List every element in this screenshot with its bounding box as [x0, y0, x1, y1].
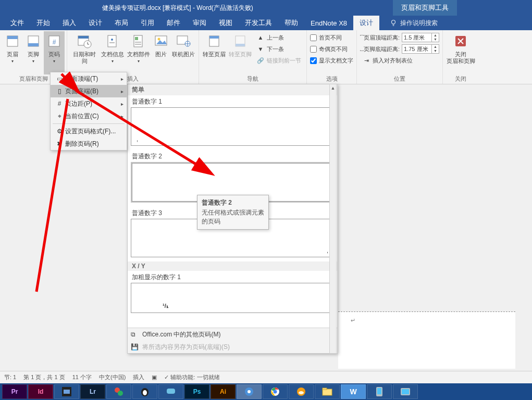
gallery-item-plain-2-label: 普通数字 2: [128, 150, 337, 162]
svg-point-41: [299, 391, 304, 394]
gallery-item-bold-1[interactable]: ¹/₁: [131, 283, 334, 313]
tab-icon: ⇥: [362, 56, 370, 65]
ribbon-group-options: 首页不同 奇偶页不同 显示文档文字 选项: [307, 30, 357, 84]
footer-dist-spinner[interactable]: 1.75 厘米▲▼: [402, 44, 439, 54]
footer-dist-icon: ⎵: [360, 46, 364, 52]
spinner-up-icon[interactable]: ▲: [432, 33, 439, 38]
svg-rect-35: [167, 389, 175, 394]
goto-header-button[interactable]: 转至页眉: [201, 31, 227, 74]
page-number-button[interactable]: # 页码▾: [44, 31, 65, 74]
taskbar-wps[interactable]: W: [341, 384, 366, 399]
docinfo-button[interactable]: 文档信息▾: [100, 31, 126, 74]
spinner-down-icon[interactable]: ▼: [432, 38, 439, 42]
menu-review[interactable]: 审阅: [187, 16, 213, 30]
position-icon: ⌖: [54, 113, 65, 120]
status-a11y[interactable]: ✓ 辅助功能: 一切就绪: [164, 373, 219, 381]
page-footer-area[interactable]: ↵: [338, 311, 515, 369]
taskbar-tablet[interactable]: [393, 384, 418, 399]
taskbar-photoshop[interactable]: Ps: [184, 384, 209, 399]
taskbar-illustrator[interactable]: Ai: [211, 384, 236, 399]
gallery-scrollbar[interactable]: ▲: [329, 84, 337, 354]
odd-even-diff-checkbox[interactable]: 奇偶页不同: [310, 44, 353, 54]
status-words[interactable]: 11 个字: [72, 373, 92, 381]
picture-icon: [153, 32, 169, 50]
prev-button[interactable]: ▲上一条: [254, 32, 303, 43]
menu-layout[interactable]: 布局: [108, 16, 134, 30]
menu-view[interactable]: 视图: [213, 16, 239, 30]
header-icon: [4, 32, 21, 50]
menu-home[interactable]: 开始: [30, 16, 56, 30]
spinner-up-icon[interactable]: ▲: [432, 45, 439, 49]
lightbulb-icon: [390, 19, 397, 27]
status-lang[interactable]: 中文(中国): [99, 373, 126, 381]
svg-rect-30: [64, 390, 70, 394]
save-icon: 💾: [131, 343, 142, 351]
menu-endnote[interactable]: EndNote X8: [304, 16, 353, 30]
taskbar-chrome[interactable]: [263, 384, 288, 399]
next-icon: ▼: [256, 45, 265, 53]
svg-text:#: #: [53, 39, 56, 46]
close-headerfooter-button[interactable]: 关闭 页眉和页脚: [445, 31, 476, 74]
menu-context-design[interactable]: 设计: [353, 16, 379, 30]
menu-insert[interactable]: 插入: [56, 16, 82, 30]
datetime-button[interactable]: 日期和时间: [69, 31, 100, 74]
tooltip-title: 普通数字 2: [202, 198, 264, 207]
calendar-clock-icon: [76, 32, 93, 50]
taskbar-media-encoder[interactable]: [54, 384, 79, 399]
gallery-item-plain-1-label: 普通数字 1: [128, 95, 337, 107]
menu-help[interactable]: 帮助: [278, 16, 304, 30]
status-page[interactable]: 第 1 页，共 1 页: [23, 373, 65, 381]
group-label-position: 位置: [359, 74, 440, 84]
taskbar-indesign[interactable]: Id: [28, 384, 53, 399]
taskbar-qq[interactable]: [132, 384, 157, 399]
more-from-office-button[interactable]: ⧉Office.com 中的其他页码(M)▸: [128, 328, 337, 341]
header-dist-spinner[interactable]: 1.5 厘米▲▼: [402, 33, 439, 42]
taskbar-explorer[interactable]: [315, 384, 340, 399]
ribbon-group-navigation: 转至页眉 转至页脚 ▲上一条 ▼下一条 🔗链接到前一节 导航: [199, 30, 307, 84]
show-doc-text-checkbox[interactable]: 显示文档文字: [310, 55, 353, 66]
office-icon: ⧉: [131, 331, 142, 338]
svg-point-18: [158, 38, 160, 41]
link-icon: 🔗: [256, 56, 265, 65]
taskbar-lightroom[interactable]: Lr: [80, 384, 105, 399]
header-button[interactable]: 页眉▾: [2, 31, 23, 74]
svg-rect-12: [109, 42, 115, 43]
taskbar-premiere[interactable]: Pr: [2, 384, 27, 399]
taskbar-cloud[interactable]: [289, 384, 314, 399]
menu-design[interactable]: 设计: [82, 16, 108, 30]
insert-align-tab-button[interactable]: ⇥插入对齐制表位: [360, 55, 439, 66]
first-page-diff-checkbox[interactable]: 首页不同: [310, 32, 353, 43]
footer-button[interactable]: 页脚▾: [23, 31, 44, 74]
menu-references[interactable]: 引用: [134, 16, 160, 30]
docparts-button[interactable]: 文档部件▾: [126, 31, 152, 74]
taskbar-phone[interactable]: [367, 384, 392, 399]
taskbar: Pr Id Lr Ps Ai W: [0, 383, 532, 400]
menu-top-of-page[interactable]: ▭页面顶端(T)▸: [51, 72, 127, 85]
gallery-section-simple: 简单: [128, 84, 337, 95]
menu-file[interactable]: 文件: [4, 16, 30, 30]
spinner-down-icon[interactable]: ▼: [432, 49, 439, 53]
tell-me-search[interactable]: 操作说明搜索: [390, 19, 438, 28]
next-button[interactable]: ▼下一条: [254, 44, 303, 54]
menu-page-margins[interactable]: #页边距(P)▸: [51, 97, 127, 110]
margin-icon: #: [54, 100, 65, 107]
gallery-item-plain-1[interactable]: ,: [131, 107, 334, 146]
menu-devtools[interactable]: 开发工具: [239, 16, 278, 30]
picture-button[interactable]: 图片: [152, 31, 170, 74]
online-picture-button[interactable]: 联机图片: [170, 31, 196, 74]
status-section[interactable]: 节: 1: [4, 373, 16, 381]
status-record-icon[interactable]: ▣: [152, 374, 157, 381]
menu-format-pagenum[interactable]: ⚙设置页码格式(F)...: [51, 125, 127, 138]
taskbar-app-balls[interactable]: [106, 384, 131, 399]
menu-mailings[interactable]: 邮件: [160, 16, 187, 30]
taskbar-browser[interactable]: [237, 384, 262, 399]
taskbar-chat[interactable]: [158, 384, 183, 399]
status-mode[interactable]: 插入: [133, 373, 144, 381]
menu-remove-pagenum[interactable]: ✖删除页码(R): [51, 138, 127, 150]
menu-current-position[interactable]: ⌖当前位置(C)▸: [51, 110, 127, 122]
online-picture-icon: [175, 32, 192, 50]
menu-bottom-of-page[interactable]: ▯页面底端(B)▸: [51, 85, 127, 97]
gallery-item-bold-1-label: 加粗显示的数字 1: [128, 271, 337, 283]
footer-dist-row: ⎵ 页脚底端距离: 1.75 厘米▲▼: [360, 44, 439, 54]
docparts-icon: [130, 32, 147, 50]
